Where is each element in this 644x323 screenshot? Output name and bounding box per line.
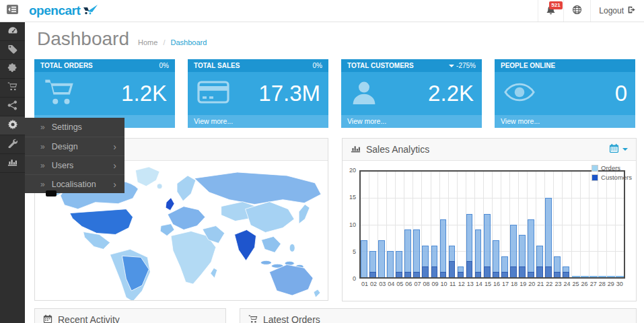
sidebar-item-tools[interactable] xyxy=(0,135,25,154)
sidebar-item-sales[interactable] xyxy=(0,79,25,98)
sidebar-item-catalog[interactable] xyxy=(0,41,25,60)
chart-slot: 06 xyxy=(404,172,413,277)
panel-title: Sales Analytics xyxy=(366,144,429,155)
orders-bar xyxy=(378,240,385,277)
y-tick-label: 10 xyxy=(349,221,356,228)
legend-label: Orders xyxy=(601,164,620,172)
double-chevron-icon: » xyxy=(40,142,45,151)
logout-label: Logout xyxy=(599,6,624,15)
x-tick-label: 21 xyxy=(537,281,544,287)
legend-entry: Customers xyxy=(592,174,632,181)
tile-percent: 0% xyxy=(313,62,322,69)
breadcrumb-home[interactable]: Home xyxy=(138,38,157,46)
eye-icon xyxy=(504,83,535,104)
tile-percent-value: -275% xyxy=(456,62,476,69)
latest-orders-panel: Latest Orders xyxy=(240,308,637,323)
chart-slot: 04 xyxy=(387,172,396,277)
chart-slot: 13 xyxy=(466,172,475,277)
topbar: opencart 521 Logout xyxy=(0,0,644,22)
tile-value: 17.3M xyxy=(258,81,320,106)
customers-bar xyxy=(475,272,482,277)
tile-percent: 0% xyxy=(159,62,169,69)
wrench-icon xyxy=(7,138,17,151)
menu-item-label: Settings xyxy=(52,122,82,132)
chart-slot: 27 xyxy=(589,172,598,277)
chart-slot: 08 xyxy=(422,172,431,277)
logout-button[interactable]: Logout xyxy=(590,0,644,22)
breadcrumb-current[interactable]: Dashboard xyxy=(171,38,207,46)
x-tick-label: 29 xyxy=(608,281,614,287)
dashboard-icon xyxy=(7,25,18,38)
customers-bar xyxy=(510,266,517,277)
customers-bar xyxy=(440,272,447,277)
customers-bar xyxy=(369,272,376,277)
tile-title: PEOPLE ONLINE xyxy=(501,62,555,69)
menu-toggle-button[interactable] xyxy=(0,0,25,22)
view-more-link[interactable]: View more... xyxy=(495,115,635,128)
chevron-right-icon: › xyxy=(113,179,116,190)
orders-bar xyxy=(545,198,552,277)
user-icon xyxy=(351,79,378,108)
double-chevron-icon: » xyxy=(40,122,45,132)
x-tick-label: 27 xyxy=(590,281,597,287)
notifications-button[interactable]: 521 xyxy=(538,0,563,22)
latest-orders-heading: Latest Orders xyxy=(240,309,636,323)
x-tick-label: 11 xyxy=(450,281,456,287)
customers-bar xyxy=(466,261,473,277)
tile-title: TOTAL CUSTOMERS xyxy=(347,62,414,69)
sales-chart: 20151050 0102030405060708091011121314151… xyxy=(343,161,636,301)
menu-item-users[interactable]: » Users › xyxy=(25,155,124,174)
x-tick-label: 10 xyxy=(441,281,448,287)
orders-bar xyxy=(598,276,606,277)
x-tick-label: 24 xyxy=(563,281,570,287)
chart-slot: 09 xyxy=(431,172,440,277)
customers-bar xyxy=(554,272,561,277)
view-more-link[interactable]: View more... xyxy=(341,115,482,128)
sidebar-item-dashboard[interactable] xyxy=(0,22,25,41)
system-flyout-menu: » Settings » Design › » Users › » Locali… xyxy=(25,118,124,193)
x-tick-label: 30 xyxy=(616,281,623,287)
sidebar-nav xyxy=(0,22,25,323)
caret-down-icon xyxy=(449,65,454,67)
chart-slot: 11 xyxy=(449,172,458,277)
customers-bar xyxy=(528,272,534,277)
x-tick-label: 12 xyxy=(458,281,465,287)
chart-slot: 26 xyxy=(581,172,589,277)
chart-slot: 20 xyxy=(528,172,536,277)
view-more-link[interactable]: View more... xyxy=(188,115,328,128)
share-icon xyxy=(7,100,17,113)
menu-item-design[interactable]: » Design › xyxy=(25,137,124,155)
chart-slot: 16 xyxy=(493,172,501,277)
chart-slot: 18 xyxy=(510,172,519,277)
customers-bar xyxy=(458,272,464,277)
tile-value: 1.2K xyxy=(121,81,167,106)
menu-item-settings[interactable]: » Settings xyxy=(25,118,124,137)
date-range-button[interactable] xyxy=(609,143,628,155)
chart-slot: 03 xyxy=(378,172,387,277)
chart-slot: 14 xyxy=(475,172,484,277)
x-tick-label: 28 xyxy=(599,281,606,287)
x-tick-label: 25 xyxy=(573,281,579,287)
page-title: Dashboard xyxy=(37,28,129,50)
sidebar-item-extensions[interactable] xyxy=(0,60,25,79)
stores-button[interactable] xyxy=(563,0,590,22)
bar-chart-icon xyxy=(351,143,361,155)
x-tick-label: 26 xyxy=(581,281,588,287)
x-tick-label: 20 xyxy=(528,281,535,287)
opencart-cart-icon xyxy=(83,4,99,17)
menu-item-localisation[interactable]: » Localisation › xyxy=(25,174,124,193)
tile-value: 0 xyxy=(615,81,627,106)
chart-slot: 23 xyxy=(554,172,563,277)
puzzle-icon xyxy=(7,63,17,75)
gear-icon xyxy=(7,119,18,133)
sidebar-item-system[interactable] xyxy=(0,116,25,135)
orders-bar xyxy=(589,276,598,277)
legend-entry: Orders xyxy=(592,164,632,172)
opencart-logo[interactable]: opencart xyxy=(29,3,99,18)
calendar-icon xyxy=(609,143,619,155)
sidebar-item-reports[interactable] xyxy=(0,154,25,173)
menu-icon xyxy=(7,5,18,17)
sidebar-item-marketing[interactable] xyxy=(0,98,25,116)
customers-bar xyxy=(431,266,438,277)
breadcrumb-separator: / xyxy=(163,38,165,46)
